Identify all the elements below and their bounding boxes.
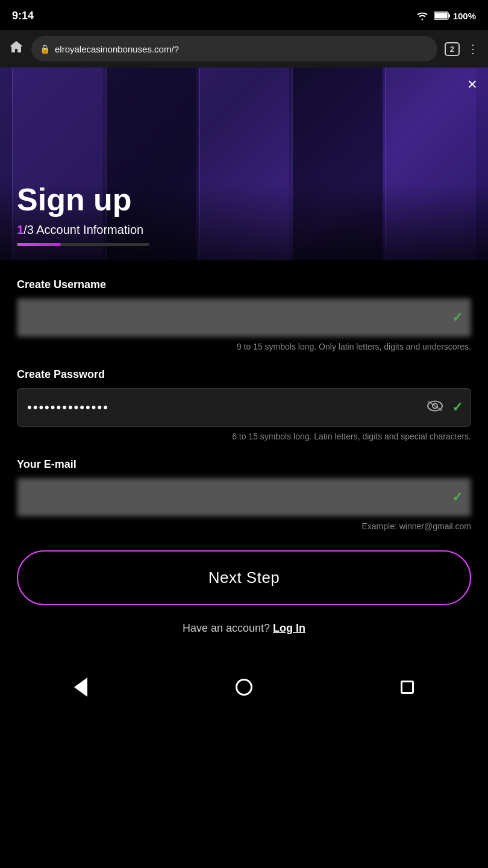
page-title: Sign up (17, 183, 471, 217)
status-icons: 100% (416, 11, 476, 21)
email-field-group: Your E-mail ✓ Example: winner@gmail.com (17, 458, 471, 531)
hero-section: × Sign up 1/3 Account Information (0, 68, 488, 260)
email-hint: Example: winner@gmail.com (17, 521, 471, 531)
browser-bar: 🔒 elroyalecasinonbonuses.com/? 2 ⋮ (0, 30, 488, 68)
wifi-icon (416, 11, 429, 20)
step-total: 3 (27, 223, 34, 236)
android-nav-bar (0, 665, 488, 713)
progress-bar-fill (17, 243, 61, 246)
battery-percent: 100% (453, 11, 476, 21)
close-button[interactable]: × (468, 76, 477, 93)
svg-rect-1 (434, 13, 447, 19)
progress-bar-container (17, 243, 149, 246)
password-hint: 6 to 15 symbols long. Latin letters, dig… (17, 432, 471, 441)
nav-home-button[interactable] (236, 679, 252, 696)
browser-home-button[interactable] (8, 40, 24, 58)
password-input-wrapper: ✓ (17, 388, 471, 427)
password-input[interactable] (17, 388, 471, 427)
username-field-group: Create Username ✓ 9 to 15 symbols long. … (17, 278, 471, 351)
browser-url-bar[interactable]: 🔒 elroyalecasinonbonuses.com/? (31, 36, 437, 61)
email-label: Your E-mail (17, 458, 471, 471)
battery-icon: 100% (434, 11, 476, 21)
email-input-wrapper: ✓ (17, 478, 471, 517)
email-valid-icon: ✓ (452, 489, 463, 505)
nav-back-button[interactable] (74, 678, 87, 697)
next-step-button[interactable]: Next Step (17, 550, 471, 605)
username-input[interactable] (17, 298, 471, 337)
password-field-group: Create Password ✓ 6 to 15 symbols long. … (17, 368, 471, 441)
url-text: elroyalecasinonbonuses.com/? (55, 44, 429, 54)
username-valid-icon: ✓ (452, 310, 463, 326)
status-bar: 9:14 100% (0, 0, 488, 30)
menu-dots-button[interactable]: ⋮ (467, 42, 480, 56)
password-valid-icon: ✓ (452, 400, 463, 415)
step-current: 1 (17, 223, 23, 236)
password-label: Create Password (17, 368, 471, 381)
username-label: Create Username (17, 278, 471, 291)
log-in-link[interactable]: Log In (273, 622, 305, 634)
step-indicator: 1/3 Account Information (17, 223, 471, 237)
nav-recent-button[interactable] (401, 681, 414, 694)
have-account-text: Have an account? (183, 622, 270, 634)
hero-content: Sign up 1/3 Account Information (0, 183, 488, 260)
svg-rect-2 (448, 14, 450, 17)
tab-count-badge[interactable]: 2 (445, 42, 460, 56)
lock-icon: 🔒 (40, 44, 50, 54)
form-section: Create Username ✓ 9 to 15 symbols long. … (0, 260, 488, 665)
login-hint: Have an account? Log In (17, 622, 471, 635)
username-hint: 9 to 15 symbols long. Only latin letters… (17, 342, 471, 351)
status-time: 9:14 (12, 10, 34, 22)
step-label: Account Information (36, 223, 143, 236)
password-toggle-icon[interactable] (427, 400, 443, 415)
email-input[interactable] (17, 478, 471, 517)
username-input-wrapper: ✓ (17, 298, 471, 337)
